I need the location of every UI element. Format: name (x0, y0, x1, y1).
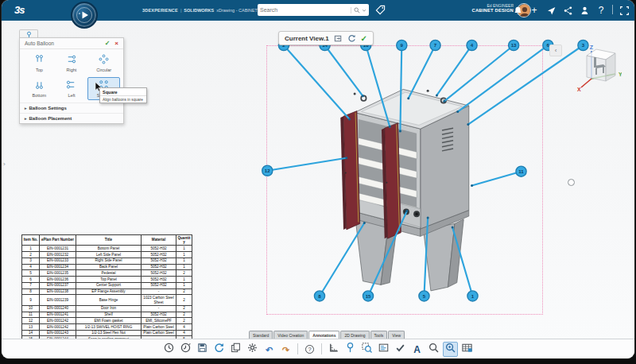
section-balloon-settings[interactable]: ▸Balloon Settings (20, 103, 123, 113)
hinge-dot (386, 182, 388, 184)
text-button[interactable]: A (409, 342, 425, 357)
notifications-icon[interactable] (512, 5, 523, 16)
measure-button[interactable] (326, 342, 341, 357)
view-cube[interactable]: Z Y X (576, 44, 622, 96)
balloon-layout-circular[interactable]: Circular (87, 52, 120, 75)
bom-cell: Left Side Panel (76, 252, 142, 258)
leader-attach-point (389, 126, 391, 128)
tooltip: Square Align balloons in square (99, 87, 147, 103)
layout-label: Left (68, 93, 75, 98)
leader-attach-point (345, 157, 347, 159)
magnify-selection-button[interactable] (443, 342, 458, 357)
balloon-leader-line (325, 45, 363, 96)
recent-button[interactable] (178, 342, 193, 357)
workspace-name: CABINET DESIGN (445, 8, 514, 14)
help-button[interactable]: ? (302, 342, 317, 357)
bom-cell: Plain Carbon Steel (142, 330, 176, 336)
user-block[interactable]: Ed ENGINEER CABINET DESIGN (445, 3, 514, 14)
magnify-button[interactable] (426, 342, 441, 357)
bom-row[interactable]: 10EIN-0001240Door Iron-2 (22, 305, 192, 312)
cancel-button[interactable]: × (114, 40, 118, 47)
cabinet-drawing[interactable] (340, 89, 469, 291)
balloon-number: 15 (366, 293, 371, 299)
search-actions[interactable] (351, 7, 366, 14)
annotation-view-icon (378, 342, 390, 356)
bottom-layout-icon (34, 79, 45, 92)
section-balloon-placement[interactable]: ▸Balloon Placement (20, 113, 123, 123)
hinge-dot (345, 172, 347, 174)
save-button[interactable] (195, 342, 210, 357)
tab-video-creation[interactable]: Video Creation (273, 331, 308, 339)
expand-left-panel-button[interactable]: › (3, 161, 6, 168)
bom-row[interactable]: 6EIN-0001236Top Panel5052-H321 (22, 277, 192, 283)
bom-cell: 10 (22, 305, 40, 312)
search-icon[interactable] (354, 7, 360, 14)
bom-row[interactable]: 8EIN-0001238EP Flange Assembly-2 (22, 288, 192, 295)
history-button[interactable] (161, 342, 176, 357)
tab-view[interactable]: View (388, 331, 405, 339)
bom-cell: 5052-H32 (142, 252, 176, 258)
bom-cell: Center Support (76, 282, 142, 288)
tab-tools[interactable]: Tools (370, 331, 388, 339)
bom-cell: EIN-0001243 (40, 330, 76, 336)
balloon-layout-left[interactable]: Left (56, 77, 88, 100)
bom-cell: Top Panel (76, 277, 142, 283)
quick-share-icon[interactable] (545, 5, 556, 16)
balloon-button[interactable] (343, 342, 358, 357)
refresh-button[interactable] (211, 342, 227, 357)
tab-annotations[interactable]: Annotations (308, 331, 339, 339)
bom-row[interactable]: 9EIN-0001239Base Hinge1023 Carbon Steel … (22, 295, 192, 305)
add-icon[interactable]: + (529, 5, 540, 16)
help-icon: ? (305, 345, 314, 354)
confirm-view-button[interactable]: ✓ (361, 34, 367, 43)
redo-button[interactable]: ↷ (278, 342, 293, 357)
community-icon[interactable] (579, 5, 590, 16)
undo-button[interactable]: ↶ (262, 342, 277, 357)
bom-row[interactable]: 11EIN-0001241Shelf5052-H322 (22, 312, 192, 318)
bom-row[interactable]: 2EIN-0001232Left Side Panel5052-H321 (22, 252, 192, 258)
apply-button[interactable]: ✓ (105, 40, 111, 47)
update-view-button[interactable] (334, 34, 343, 43)
bom-cell: 4 (22, 264, 40, 270)
tab-2d-drawing[interactable]: 2D Drawing (340, 331, 369, 339)
bom-row[interactable]: 3EIN-0001233Right Side Panel5052-H321 (22, 258, 192, 264)
bom-row[interactable]: 4EIN-0001234Back Panel5052-H321 (22, 264, 192, 270)
fullscreen-icon[interactable] (619, 5, 630, 16)
validate-button[interactable] (393, 342, 408, 357)
tab-standard[interactable]: Standard (249, 331, 273, 339)
leader-attach-point (471, 184, 473, 187)
view-handle[interactable] (568, 179, 575, 186)
bom-table-button[interactable] (460, 342, 475, 357)
search-chevron-icon[interactable] (362, 8, 366, 13)
tag-icon[interactable] (375, 5, 386, 15)
copy-button[interactable] (228, 342, 243, 357)
bom-row[interactable]: 13EIN-00012421/2-13 SWIVEL HOIST RINGPla… (22, 324, 192, 331)
panel-title-bar: Auto Balloon ✓ × (20, 38, 123, 49)
right-layout-icon (66, 54, 76, 67)
bom-row[interactable]: 12EIN-0001242EMI Foam gasketEMI_Silicone… (22, 318, 192, 324)
balloon-leader-line (468, 45, 584, 125)
annotation-view-button[interactable] (376, 342, 391, 357)
drawing-canvas[interactable]: 214109741363121181551 Current View.1 ✓ A… (2, 21, 634, 339)
refresh-icon (213, 342, 225, 356)
x-axis (581, 79, 591, 87)
bom-cell: Right Side Panel (76, 258, 142, 264)
settings-button[interactable] (245, 342, 260, 357)
bom-cell: 5 (22, 270, 40, 277)
bom-row[interactable]: 1EIN-0001231Bottom Panel5052-H321 (22, 246, 192, 252)
collapse-panel-button[interactable]: ‹ (549, 45, 562, 56)
zoom-window-button[interactable] (359, 342, 374, 357)
reset-view-button[interactable] (347, 34, 356, 43)
bom-row[interactable]: 5EIN-0001235Pedestal5052-H322 (22, 270, 192, 277)
share-icon[interactable] (562, 5, 573, 16)
compass-badge[interactable] (71, 2, 98, 29)
bom-row[interactable]: 7EIN-0001237Center Support5052-H321 (22, 282, 192, 288)
balloon-layout-right[interactable]: Right (56, 52, 88, 75)
balloon-icon (344, 342, 356, 356)
balloon-layout-bottom[interactable]: Bottom (23, 77, 56, 100)
bom-table[interactable]: Item No.ePlan Part NumberTitleMaterialQu… (21, 234, 192, 339)
bom-row[interactable]: 14EIN-00012431/2-13 Steel Hex NutPlain C… (22, 330, 192, 336)
help-icon[interactable]: ? (595, 5, 607, 16)
search-input[interactable] (260, 7, 351, 13)
balloon-layout-top[interactable]: Top (23, 52, 56, 75)
